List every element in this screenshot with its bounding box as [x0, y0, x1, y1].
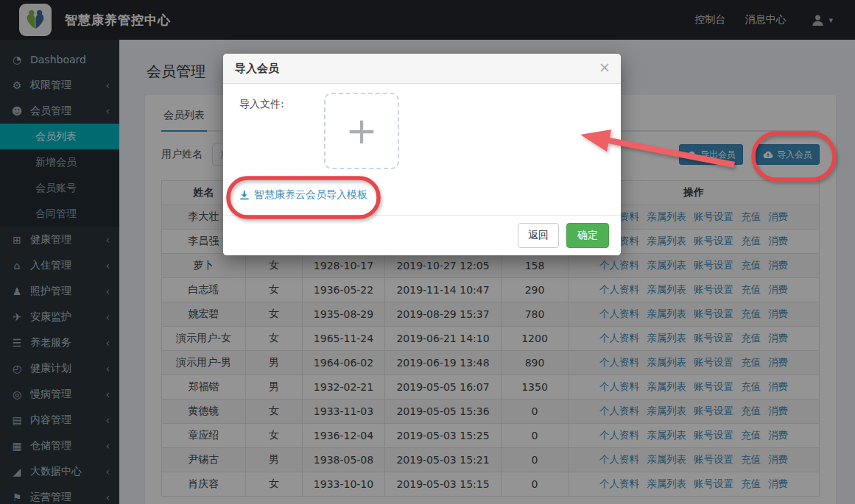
plus-icon: +	[345, 113, 378, 149]
member-import-template-link[interactable]: 智慧康养云会员导入模板	[239, 188, 367, 202]
back-button[interactable]: 返回	[518, 223, 559, 248]
import-members-modal: 导入会员 × 导入文件: + 智慧康养云会员导入模板 返回 确定	[223, 54, 621, 255]
modal-footer: 返回 确定	[223, 215, 621, 255]
download-icon	[239, 190, 250, 200]
file-upload-dropzone[interactable]: +	[324, 93, 399, 169]
modal-header: 导入会员 ×	[223, 54, 621, 84]
close-icon[interactable]: ×	[599, 59, 611, 76]
modal-body: 导入文件: + 智慧康养云会员导入模板	[223, 84, 621, 215]
modal-title: 导入会员	[235, 62, 279, 75]
confirm-button[interactable]: 确定	[566, 223, 609, 248]
import-file-label: 导入文件:	[239, 93, 324, 169]
